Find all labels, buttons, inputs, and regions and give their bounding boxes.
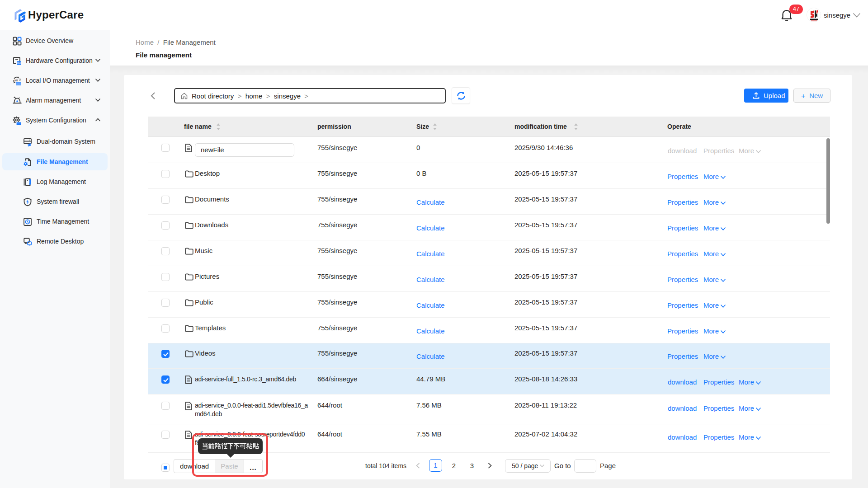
svg-text:I/O: I/O bbox=[14, 79, 18, 82]
